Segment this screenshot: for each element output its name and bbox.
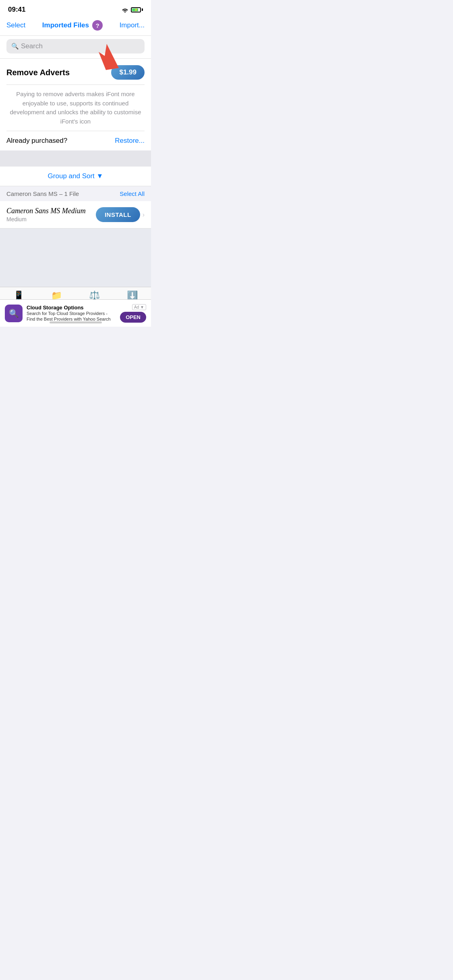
gray-gap-2 — [0, 163, 151, 167]
help-icon-button[interactable]: ? — [92, 20, 103, 31]
font-group-name: Cameron Sans MS – 1 File — [6, 190, 79, 197]
ad-open-button[interactable]: OPEN — [120, 312, 146, 323]
import-button[interactable]: Import... — [120, 21, 145, 29]
already-purchased-label: Already purchased? — [6, 137, 67, 145]
status-icons: ⚡ — [122, 7, 143, 12]
chevron-right-icon: › — [143, 211, 145, 218]
install-button[interactable]: INSTALL — [96, 207, 140, 222]
search-container: 🔍 Search — [0, 36, 151, 59]
wifi-icon — [122, 7, 128, 12]
search-icon: 🔍 — [11, 43, 19, 50]
gray-gap — [0, 150, 151, 163]
search-input[interactable]: Search — [21, 42, 43, 50]
restore-button[interactable]: Restore... — [115, 137, 145, 145]
group-sort-row[interactable]: Group and Sort ▼ — [0, 167, 151, 186]
select-button[interactable]: Select — [6, 21, 25, 29]
status-bar: 09:41 ⚡ — [0, 0, 151, 17]
ad-right: Ad ▼ OPEN — [120, 304, 146, 323]
remove-adverts-section: Remove Adverts $1.99 Paying to remove ad… — [0, 59, 151, 150]
ad-description: Search for Top Cloud Storage Providers -… — [27, 311, 116, 322]
home-indicator — [50, 321, 102, 323]
red-arrow-annotation — [95, 40, 127, 74]
ad-content: Cloud Storage Options Search for Top Clo… — [27, 305, 116, 322]
ad-logo: 🔍 — [5, 305, 23, 322]
ad-logo-icon: 🔍 — [9, 309, 19, 318]
remove-adverts-title: Remove Adverts — [6, 68, 70, 77]
group-sort-label[interactable]: Group and Sort ▼ — [48, 172, 103, 180]
battery-icon: ⚡ — [131, 7, 143, 12]
select-all-button[interactable]: Select All — [120, 190, 145, 197]
font-weight: Medium — [6, 216, 86, 222]
ad-badge: Ad ▼ — [132, 304, 146, 310]
nav-title: Imported Files — [42, 21, 89, 29]
nav-bar: Select Imported Files ? Import... — [0, 17, 151, 36]
font-group-header: Cameron Sans MS – 1 File Select All — [0, 186, 151, 201]
remove-adverts-description: Paying to remove adverts makes iFont mor… — [6, 85, 145, 131]
already-purchased-row: Already purchased? Restore... — [6, 131, 145, 150]
install-button-wrap: INSTALL › — [96, 207, 145, 222]
font-item: Cameron Sans MS Medium Medium INSTALL › — [0, 201, 151, 229]
font-item-info: Cameron Sans MS Medium Medium — [6, 207, 86, 222]
font-name: Cameron Sans MS Medium — [6, 207, 86, 215]
svg-marker-0 — [99, 44, 119, 70]
status-time: 09:41 — [8, 6, 25, 14]
ad-title: Cloud Storage Options — [27, 305, 116, 311]
nav-title-container: Imported Files ? — [42, 20, 103, 31]
